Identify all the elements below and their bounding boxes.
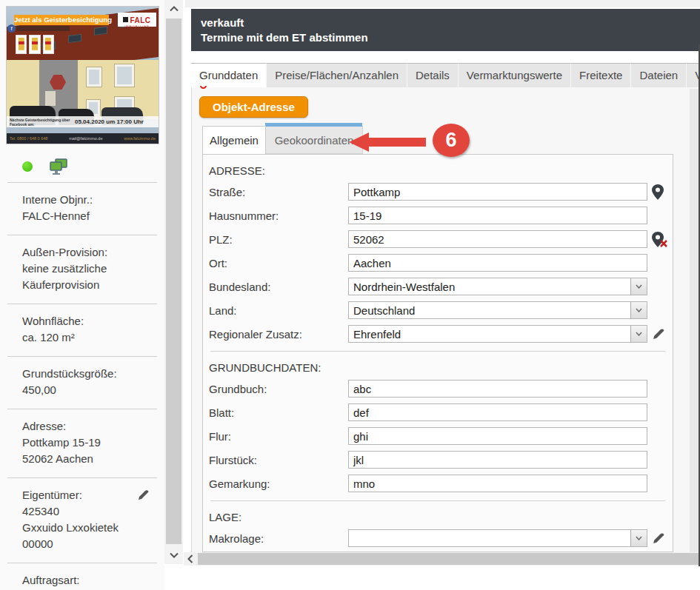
status-green-dot-icon xyxy=(22,161,33,172)
field-label: Grundbuch: xyxy=(209,383,348,395)
edit-pencil-icon[interactable] xyxy=(652,532,665,545)
regionaler-zusatz-select[interactable]: Ehrenfeld xyxy=(348,325,647,343)
published-monitors-icon[interactable] xyxy=(49,158,68,175)
select-value: Deutschland xyxy=(349,304,415,317)
info-label: Adresse: xyxy=(22,418,157,435)
plz-input[interactable] xyxy=(348,230,647,248)
photo-window xyxy=(115,64,134,87)
field-label: Flur: xyxy=(209,430,348,443)
photo-date-text: 05.04.2020 um 17:00 Uhr xyxy=(75,118,144,125)
objekt-adresse-button[interactable]: Objekt-Adresse xyxy=(199,96,308,118)
field-label: PLZ: xyxy=(209,233,348,246)
tab-details[interactable]: Details xyxy=(407,63,459,87)
photo-contact-bar: Tel. 0800 / 648 0 648 mail@falcimmo.de w… xyxy=(7,133,159,144)
info-value: Käuferprovision xyxy=(22,277,157,293)
section-divider xyxy=(210,500,665,501)
field-label: Gemarkung: xyxy=(209,477,348,490)
property-photo-card: Jetzt als Geisterbesichtigung f FALC IMM… xyxy=(6,6,159,144)
info-value: 52062 Aachen xyxy=(22,451,157,467)
falc-logo-word: FALC xyxy=(130,16,150,24)
form-row-land: Land: Deutschland xyxy=(209,301,673,319)
photo-banner: Jetzt als Geisterbesichtigung xyxy=(14,15,109,25)
land-select[interactable]: Deutschland xyxy=(348,301,647,319)
arrow-head xyxy=(349,133,369,152)
annotation-badge-6: 6 xyxy=(433,124,470,157)
select-value: Nordrhein-Westfalen xyxy=(349,281,455,293)
field-label: Flurstück: xyxy=(209,454,348,466)
photo-note-text: Nächste Geisterbesichtigung über Faceboo… xyxy=(10,118,75,127)
object-status-header: verkauft Termine mit dem ET abstimmen xyxy=(191,9,700,51)
map-pin-remove-icon[interactable] xyxy=(652,232,667,247)
info-value: 00000 xyxy=(22,536,157,552)
photo-fb-caption xyxy=(16,26,70,31)
makrolage-select[interactable] xyxy=(348,529,647,547)
facebook-icon: f xyxy=(7,24,16,33)
info-value: ca. 120 m² xyxy=(22,329,157,346)
photo-contact-web: www.falcimmo.de xyxy=(124,133,156,144)
form-row-ort: Ort: xyxy=(209,254,673,272)
edit-owner-pencil-icon[interactable] xyxy=(137,489,150,501)
info-label: Außen-Provision: xyxy=(22,244,157,261)
scroll-left-button[interactable] xyxy=(184,552,196,566)
sidebar-item-aussen-provision: Außen-Provision: keine zusätzliche Käufe… xyxy=(7,235,157,304)
info-value: Gxxuido Lxxokietek xyxy=(22,520,157,536)
form-row-regionaler-zusatz: Regionaler Zusatz: Ehrenfeld xyxy=(209,325,673,343)
strasse-input[interactable] xyxy=(348,183,647,201)
form-row-bundesland: Bundesland: Nordrhein-Westfalen xyxy=(209,278,673,295)
form-row-flurstueck: Flurstück: xyxy=(209,451,673,469)
info-value: Pottkamp 15-19 xyxy=(22,435,157,451)
sidebar-item-wohnflaeche: Wohnfläche: ca. 120 m² xyxy=(7,304,157,356)
edit-pencil-icon[interactable] xyxy=(652,327,665,341)
arrow-shaft xyxy=(367,138,426,147)
ort-input[interactable] xyxy=(348,254,647,272)
tab-dateien[interactable]: Dateien xyxy=(631,63,687,87)
photo-contact-mail: mail@falcimmo.de xyxy=(69,133,102,144)
object-detail-main: verkauft Termine mit dem ET abstimmen Gr… xyxy=(191,0,700,590)
tab-vermarktungswerte[interactable]: Vermarktungswerte xyxy=(459,63,571,87)
scroll-up-button[interactable] xyxy=(164,0,183,18)
property-photo[interactable]: Jetzt als Geisterbesichtigung f FALC IMM… xyxy=(7,7,159,144)
photo-date-bar: Nächste Geisterbesichtigung über Faceboo… xyxy=(7,116,159,127)
grundbuch-input[interactable] xyxy=(348,380,647,398)
falc-logo-sub: IMMOBILIEN xyxy=(118,25,156,28)
gemarkung-input[interactable] xyxy=(348,475,647,492)
content-vertical-scrollbar-track[interactable] xyxy=(690,89,699,552)
field-label: Land: xyxy=(209,304,348,317)
form-row-grundbuch: Grundbuch: xyxy=(209,380,673,398)
main-tabbar: Grunddaten Preise/Flächen/Anzahlen Detai… xyxy=(191,63,700,87)
form-row-flur: Flur: xyxy=(209,427,673,445)
chevron-down-icon xyxy=(630,326,647,342)
grunddaten-content: Objekt-Adresse Allgemein Geokoordinaten … xyxy=(191,87,700,552)
section-divider xyxy=(210,351,665,352)
info-label: Auftragsart: xyxy=(22,572,157,589)
info-value: 450,00 xyxy=(22,382,157,398)
form-row-hausnummer: Hausnummer: xyxy=(209,207,673,224)
field-label: Regionaler Zusatz: xyxy=(209,328,348,341)
bundesland-select[interactable]: Nordrhein-Westfalen xyxy=(348,278,647,295)
sidebar-scrollbar-thumb[interactable] xyxy=(166,19,181,544)
subtab-allgemein[interactable]: Allgemein xyxy=(202,126,266,154)
section-heading-adresse: ADRESSE: xyxy=(209,164,673,179)
tab-grunddaten[interactable]: Grunddaten xyxy=(191,63,267,87)
info-label: Grundstücksgröße: xyxy=(22,366,157,382)
falc-logo: FALC IMMOBILIEN xyxy=(118,13,156,27)
tab-preise-flaechen-anzahlen[interactable]: Preise/Flächen/Anzahlen xyxy=(267,63,407,87)
info-value: FALC-Hennef xyxy=(22,208,157,224)
sidebar-scrollbar[interactable] xyxy=(164,0,183,564)
object-info-list: Interne Objnr.: FALC-Hennef Außen-Provis… xyxy=(0,182,164,590)
status-text: verkauft xyxy=(201,16,700,30)
horizontal-scrollbar[interactable] xyxy=(184,552,700,566)
scroll-down-button[interactable] xyxy=(164,546,183,564)
info-value: keine zusätzliche xyxy=(22,261,157,277)
hausnummer-input[interactable] xyxy=(348,207,647,224)
blatt-input[interactable] xyxy=(348,403,647,421)
flurstueck-input[interactable] xyxy=(348,451,647,469)
form-row-blatt: Blatt: xyxy=(209,403,673,421)
field-label: Straße: xyxy=(209,186,348,198)
form-row-strasse: Straße: xyxy=(209,183,673,201)
horizontal-scrollbar-thumb[interactable] xyxy=(198,553,700,565)
flur-input[interactable] xyxy=(348,427,647,445)
map-pin-icon[interactable] xyxy=(652,184,664,200)
tab-freitexte[interactable]: Freitexte xyxy=(571,63,631,87)
field-label: Hausnummer: xyxy=(209,209,348,222)
